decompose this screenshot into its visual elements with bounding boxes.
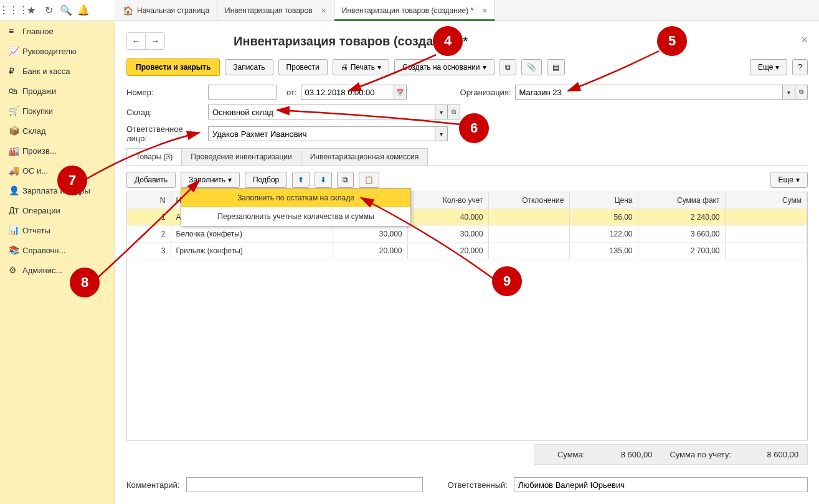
dropdown-icon[interactable]: ▾ bbox=[783, 85, 795, 100]
sidebar-item-purchases[interactable]: 🛒Покупки bbox=[0, 101, 115, 121]
create-based-label: Создать на основании bbox=[402, 63, 480, 72]
bell-icon[interactable]: 🔔 bbox=[75, 2, 92, 19]
sidebar-item-manager[interactable]: 📈Руководителю bbox=[0, 41, 115, 61]
comment-label: Комментарий: bbox=[126, 480, 180, 490]
date-input[interactable] bbox=[301, 85, 394, 100]
create-based-button[interactable]: Создать на основании ▾ bbox=[394, 59, 495, 75]
org-input[interactable] bbox=[515, 85, 783, 100]
sidebar-item-sales[interactable]: 🛍Продажи bbox=[0, 81, 115, 101]
toolbar: Провести и закрыть Записать Провести 🖨Пе… bbox=[126, 58, 808, 76]
table-row[interactable]: 2 Белочка (конфеты) 30,000 30,000 122,00… bbox=[127, 226, 807, 243]
fill-button[interactable]: Заполнить ▾ bbox=[181, 172, 240, 188]
sidebar-item-production[interactable]: 🏭Произв... bbox=[0, 141, 115, 161]
dropdown-icon[interactable]: ▾ bbox=[435, 126, 448, 141]
copy-button[interactable]: ⧉ bbox=[337, 172, 354, 188]
sidebar-item-reports[interactable]: 📊Отчеты bbox=[0, 220, 115, 240]
comment-input[interactable] bbox=[186, 477, 423, 492]
table-more-button[interactable]: Еще ▾ bbox=[770, 172, 808, 188]
col-price[interactable]: Цена bbox=[569, 192, 638, 209]
sidebar-item-label: Справочн... bbox=[22, 246, 65, 255]
cell-qty-acc: 20,000 bbox=[407, 243, 488, 259]
tab-inventory-create[interactable]: Инвентаризация товаров (создание) * × bbox=[334, 0, 496, 21]
sidebar-item-label: Операции bbox=[22, 206, 60, 215]
search-icon[interactable]: 🔍 bbox=[57, 2, 75, 19]
move-up-button[interactable]: ⬆ bbox=[292, 172, 310, 188]
paste-button[interactable]: 📋 bbox=[359, 172, 379, 188]
fill-by-stock-item[interactable]: Заполнить по остаткам на складе bbox=[181, 189, 410, 207]
sidebar-item-bank[interactable]: ₽Банк и касса bbox=[0, 61, 115, 81]
tab-home[interactable]: 🏠 Начальная страница bbox=[115, 0, 217, 21]
submit-and-close-button[interactable]: Провести и закрыть bbox=[126, 58, 220, 76]
fill-label: Заполнить bbox=[189, 175, 225, 184]
close-button[interactable]: × bbox=[801, 34, 808, 47]
cell-qty-fact: 30,000 bbox=[333, 226, 407, 243]
responsible-label: Ответственный: bbox=[448, 480, 508, 490]
print-button[interactable]: 🖨Печать ▾ bbox=[333, 59, 389, 75]
responsible-input[interactable] bbox=[514, 477, 808, 492]
subtabs: Товары (3) Проведение инвентаризации Инв… bbox=[126, 148, 808, 166]
tab-label: Инвентаризация товаров (создание) * bbox=[342, 6, 473, 15]
callout-6: 6 bbox=[459, 113, 489, 143]
menu-icon: ≡ bbox=[9, 26, 22, 36]
star-icon[interactable]: ★ bbox=[22, 2, 40, 19]
dropdown-icon[interactable]: ▾ bbox=[435, 105, 448, 119]
callout-7: 7 bbox=[57, 166, 87, 195]
cell-sum-fact: 3 660,00 bbox=[638, 226, 725, 243]
tab-inventory-list[interactable]: Инвентаризация товаров × bbox=[217, 0, 334, 21]
history-icon[interactable]: ↻ bbox=[40, 2, 57, 19]
responsible-person-input[interactable] bbox=[208, 126, 435, 141]
sidebar-item-main[interactable]: ≡Главное bbox=[0, 21, 115, 41]
subtab-commission[interactable]: Инвентаризационная комиссия bbox=[301, 148, 428, 165]
callout-4: 4 bbox=[433, 26, 463, 56]
col-deviation[interactable]: Отклонение bbox=[488, 192, 569, 209]
table-row[interactable]: 3 Грильяж (конфеты) 20,000 20,000 135,00… bbox=[127, 243, 807, 259]
home-icon: 🏠 bbox=[123, 6, 133, 16]
bag-icon: 🛍 bbox=[9, 86, 22, 96]
cell-n: 1 bbox=[127, 209, 171, 226]
cart-icon: 🛒 bbox=[9, 106, 22, 116]
help-button[interactable]: ? bbox=[792, 59, 808, 75]
close-icon[interactable]: × bbox=[482, 6, 487, 16]
sidebar-item-operations[interactable]: ДтОперации bbox=[0, 200, 115, 220]
warehouse-input-wrap: ▾ ⧉ bbox=[208, 105, 460, 119]
close-icon[interactable]: × bbox=[321, 6, 326, 16]
attach-button[interactable]: 📎 bbox=[521, 59, 542, 75]
conduct-button[interactable]: Провести bbox=[278, 59, 328, 75]
sidebar-item-label: Главное bbox=[22, 27, 54, 36]
open-icon[interactable]: ⧉ bbox=[448, 105, 460, 119]
cell-dev bbox=[488, 243, 569, 259]
move-down-button[interactable]: ⬇ bbox=[315, 172, 332, 188]
sum-value: 8 600,00 bbox=[590, 450, 652, 459]
back-button[interactable]: ← bbox=[127, 33, 146, 49]
sidebar: ≡Главное 📈Руководителю ₽Банк и касса 🛍Пр… bbox=[0, 21, 115, 504]
cell-sum-acc bbox=[725, 209, 807, 226]
structure-button[interactable]: ⧉ bbox=[499, 59, 516, 75]
refill-amounts-item[interactable]: Перезаполнить учетные количества и суммы bbox=[181, 207, 410, 226]
list-button[interactable]: ▤ bbox=[547, 59, 565, 75]
warehouse-input[interactable] bbox=[208, 105, 435, 119]
chevron-down-icon: ▾ bbox=[228, 175, 232, 184]
bars-icon: 📊 bbox=[9, 225, 22, 235]
sum-acc-label: Сумма по учету: bbox=[670, 450, 731, 459]
col-qty-acc[interactable]: Кол-во учет bbox=[407, 192, 488, 209]
sidebar-item-warehouse[interactable]: 📦Склад bbox=[0, 121, 115, 141]
subtab-process[interactable]: Проведение инвентаризации bbox=[181, 148, 301, 165]
pick-button[interactable]: Подбор bbox=[245, 172, 287, 188]
more-button[interactable]: Еще ▾ bbox=[750, 59, 787, 75]
sidebar-item-label: ОС и... bbox=[22, 166, 48, 175]
number-input[interactable] bbox=[208, 85, 277, 100]
save-button[interactable]: Записать bbox=[225, 59, 273, 75]
sidebar-item-directories[interactable]: 📚Справочн... bbox=[0, 240, 115, 260]
forward-button[interactable]: → bbox=[146, 33, 164, 49]
calendar-icon[interactable]: 📅 bbox=[394, 85, 407, 100]
col-n[interactable]: N bbox=[127, 192, 171, 209]
truck-icon: 🚚 bbox=[9, 166, 22, 175]
apps-icon[interactable]: ⋮⋮⋮ bbox=[5, 2, 22, 19]
subtab-goods[interactable]: Товары (3) bbox=[126, 148, 182, 165]
col-sum-acc[interactable]: Сумм bbox=[725, 192, 807, 209]
add-button[interactable]: Добавить bbox=[126, 172, 176, 188]
footer-row: Комментарий: Ответственный: bbox=[126, 477, 808, 492]
col-sum-fact[interactable]: Сумма факт bbox=[638, 192, 725, 209]
open-icon[interactable]: ⧉ bbox=[795, 85, 808, 100]
cell-sum-fact: 2 700,00 bbox=[638, 243, 725, 259]
